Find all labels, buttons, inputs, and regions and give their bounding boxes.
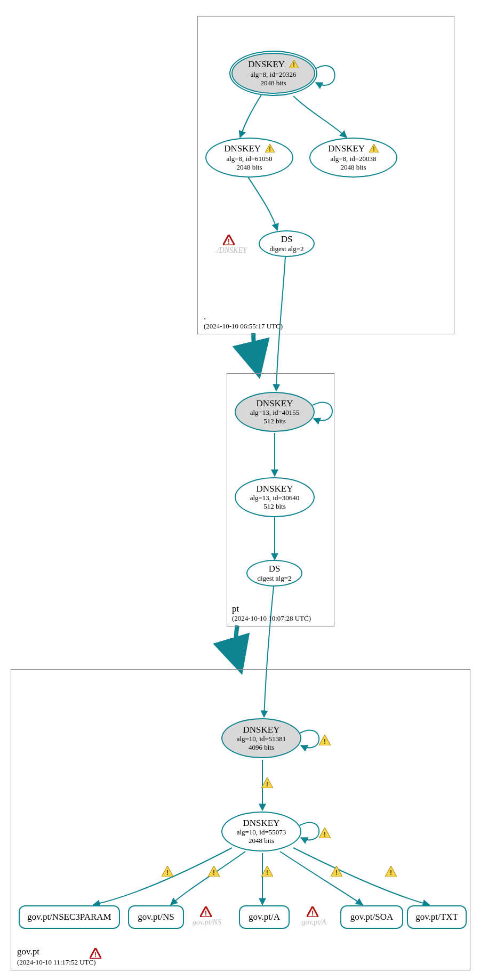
node-root-zsk2[interactable]: DNSKEY ! alg=8, id=20038 2048 bits xyxy=(309,138,397,178)
svg-text:!: ! xyxy=(324,830,326,838)
node-pt-zsk-alg: alg=13, id=30640 xyxy=(250,494,300,502)
node-root-zsk2-alg: alg=8, id=20038 xyxy=(330,155,376,163)
zone-pt-timestamp: (2024-10-10 10:07:28 UTC) xyxy=(232,614,311,623)
node-gov-ksk-title: DNSKEY xyxy=(243,725,280,735)
node-gov-zsk-alg: alg=10, id=55073 xyxy=(237,828,286,837)
rrset-txt-label: gov.pt/TXT xyxy=(415,912,458,922)
node-root-ksk[interactable]: DNSKEY ! alg=8, id=20326 2048 bits xyxy=(229,51,317,96)
rrset-a-label: gov.pt/A xyxy=(249,912,280,922)
rrset-nsec3param[interactable]: gov.pt/NSEC3PARAM xyxy=(19,905,120,929)
svg-text:!: ! xyxy=(269,146,271,152)
node-gov-ksk[interactable]: DNSKEY alg=10, id=51381 4096 bits xyxy=(221,718,301,758)
ghost-gov-a: gov.pt/A xyxy=(297,918,331,927)
node-root-ksk-alg: alg=8, id=20326 xyxy=(250,70,296,79)
svg-text:!: ! xyxy=(335,869,338,877)
node-root-zsk1[interactable]: DNSKEY ! alg=8, id=61050 2048 bits xyxy=(205,138,293,178)
node-root-ksk-bits: 2048 bits xyxy=(260,79,286,87)
node-root-ksk-title: DNSKEY xyxy=(248,59,284,69)
warning-icon: ! xyxy=(319,828,331,838)
node-pt-zsk[interactable]: DNSKEY alg=13, id=30640 512 bits xyxy=(235,477,315,517)
zone-govpt-label: gov.pt xyxy=(17,946,39,957)
svg-text:!: ! xyxy=(324,737,326,745)
node-root-zsk1-bits: 2048 bits xyxy=(236,163,262,172)
rrset-soa[interactable]: gov.pt/SOA xyxy=(340,905,403,929)
svg-text:!: ! xyxy=(228,237,230,245)
node-pt-zsk-bits: 512 bits xyxy=(263,502,286,511)
error-icon: ! xyxy=(307,906,318,917)
error-icon: ! xyxy=(90,948,101,959)
rrset-a[interactable]: gov.pt/A xyxy=(239,905,290,929)
node-root-zsk2-title: DNSKEY xyxy=(328,143,364,154)
svg-text:!: ! xyxy=(390,869,392,877)
node-root-zsk2-bits: 2048 bits xyxy=(340,163,366,172)
node-pt-ds-title: DS xyxy=(269,564,281,574)
node-pt-ksk[interactable]: DNSKEY alg=13, id=40155 512 bits xyxy=(235,392,315,432)
svg-text:!: ! xyxy=(311,909,314,917)
node-root-ds-alg: digest alg=2 xyxy=(269,245,303,253)
error-icon: ! xyxy=(200,906,212,917)
svg-text:!: ! xyxy=(94,951,97,959)
svg-text:!: ! xyxy=(166,869,169,877)
node-root-ds-title: DS xyxy=(281,235,293,245)
svg-text:!: ! xyxy=(293,61,295,68)
warning-icon: ! xyxy=(261,866,273,877)
node-pt-ksk-title: DNSKEY xyxy=(257,399,293,409)
node-gov-zsk-bits: 2048 bits xyxy=(249,837,274,845)
node-root-ds[interactable]: DS digest alg=2 xyxy=(259,230,315,257)
svg-text:!: ! xyxy=(373,146,375,152)
svg-text:!: ! xyxy=(213,869,215,877)
zone-pt-label: pt xyxy=(232,604,239,614)
error-icon: ! xyxy=(223,235,235,245)
node-pt-ksk-alg: alg=13, id=40155 xyxy=(250,408,300,417)
node-root-zsk1-alg: alg=8, id=61050 xyxy=(226,155,272,163)
warning-icon: ! xyxy=(331,866,342,877)
node-pt-ksk-bits: 512 bits xyxy=(263,417,286,425)
rrset-nsec3param-label: gov.pt/NSEC3PARAM xyxy=(27,912,111,922)
svg-text:!: ! xyxy=(266,869,268,877)
zone-root-timestamp: (2024-10-10 06:55:17 UTC) xyxy=(204,322,283,331)
rrset-ns-label: gov.pt/NS xyxy=(138,912,174,922)
node-gov-ksk-bits: 4096 bits xyxy=(249,743,274,752)
warning-icon: ! xyxy=(385,866,397,877)
svg-text:!: ! xyxy=(205,909,207,917)
node-gov-ksk-alg: alg=10, id=51381 xyxy=(237,735,286,743)
node-root-zsk1-title: DNSKEY xyxy=(224,143,260,154)
node-pt-zsk-title: DNSKEY xyxy=(257,484,293,494)
warning-icon: ! xyxy=(265,144,275,155)
warning-icon: ! xyxy=(319,735,331,745)
rrset-txt[interactable]: gov.pt/TXT xyxy=(407,905,467,929)
ghost-root-dnskey: ./DNSKEY xyxy=(212,246,250,255)
rrset-soa-label: gov.pt/SOA xyxy=(350,912,394,922)
node-gov-zsk[interactable]: DNSKEY alg=10, id=55073 2048 bits xyxy=(221,812,301,852)
warning-icon: ! xyxy=(369,144,379,155)
zone-root-label: . xyxy=(204,311,206,322)
warning-icon: ! xyxy=(261,777,273,788)
warning-icon: ! xyxy=(162,866,173,877)
node-pt-ds-alg: digest alg=2 xyxy=(257,574,291,583)
node-pt-ds[interactable]: DS digest alg=2 xyxy=(246,560,302,587)
warning-icon: ! xyxy=(208,866,220,877)
node-gov-zsk-title: DNSKEY xyxy=(243,818,280,829)
zone-govpt-timestamp: (2024-10-10 11:17:52 UTC) xyxy=(17,958,96,967)
ghost-gov-ns: gov.pt/NS xyxy=(188,918,226,927)
warning-icon: ! xyxy=(289,60,299,71)
rrset-ns[interactable]: gov.pt/NS xyxy=(128,905,184,929)
svg-text:!: ! xyxy=(266,780,268,788)
